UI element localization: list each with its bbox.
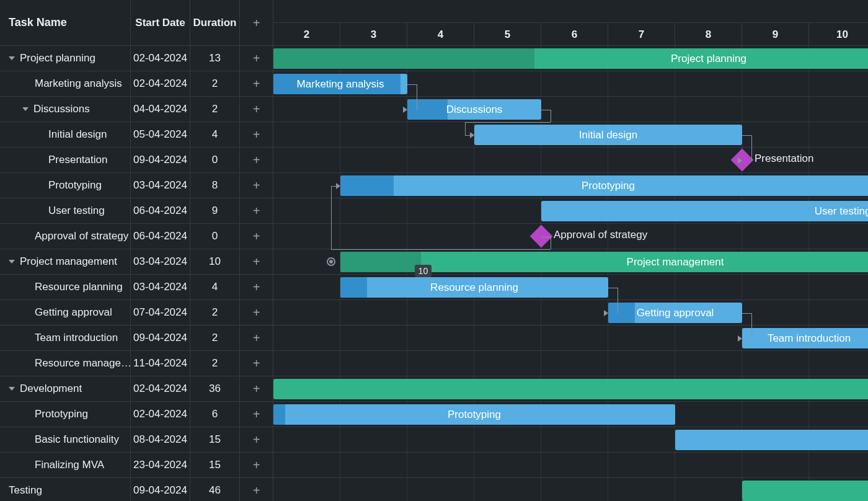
- grid-row-rp[interactable]: Resource planning03-04-20244+: [0, 275, 273, 300]
- bar-pp[interactable]: Project planning: [273, 48, 868, 69]
- timeline-row-dev[interactable]: Development: [273, 376, 868, 402]
- grid-row-rm[interactable]: Resource manage…11-04-20242+: [0, 351, 273, 376]
- bar-rp[interactable]: Resource planning: [340, 277, 608, 298]
- task-start-date[interactable]: 07-04-2024: [130, 300, 190, 325]
- grid-row-utest[interactable]: User testing06-04-20249+: [0, 198, 273, 224]
- timeline-row-ti[interactable]: Team introduction: [273, 326, 868, 351]
- header-add-column[interactable]: +: [239, 0, 273, 45]
- add-task-icon[interactable]: +: [253, 357, 260, 370]
- add-task-icon[interactable]: +: [253, 128, 260, 141]
- add-task-icon[interactable]: +: [253, 78, 260, 90]
- add-task-icon[interactable]: +: [253, 484, 260, 497]
- task-duration[interactable]: 36: [190, 376, 239, 401]
- grid-row-idesign[interactable]: Initial design05-04-20244+: [0, 122, 273, 148]
- task-duration[interactable]: 4: [190, 275, 239, 299]
- task-duration[interactable]: 2: [190, 300, 239, 325]
- timeline-row-ma[interactable]: Marketing analysis: [273, 71, 868, 97]
- timeline-row-basic[interactable]: Basic functionality: [273, 427, 868, 453]
- milestone-appr[interactable]: [530, 225, 553, 248]
- task-start-date[interactable]: 11-04-2024: [130, 351, 190, 376]
- task-start-date[interactable]: 06-04-2024: [130, 198, 190, 223]
- grid-row-fin[interactable]: Finalizing MVA23-04-202415+: [0, 453, 273, 478]
- timeline-row-appr[interactable]: Approval of strategy: [273, 224, 868, 249]
- bar-test[interactable]: Testing: [742, 481, 868, 501]
- task-start-date[interactable]: 09-04-2024: [130, 478, 190, 501]
- gantt-timeline[interactable]: 2345678910 Project planningMarketing ana…: [273, 0, 868, 501]
- bar-ma[interactable]: Marketing analysis: [273, 74, 407, 94]
- add-task-icon[interactable]: +: [253, 281, 260, 293]
- bar-ga[interactable]: Getting approval: [608, 303, 742, 323]
- task-start-date[interactable]: 02-04-2024: [130, 71, 190, 96]
- add-task-icon[interactable]: +: [253, 205, 260, 217]
- grid-row-appr[interactable]: Approval of strategy06-04-20240+: [0, 224, 273, 249]
- link-handle-icon[interactable]: [327, 257, 335, 266]
- task-start-date[interactable]: 09-04-2024: [130, 326, 190, 350]
- task-duration[interactable]: 2: [190, 326, 239, 350]
- add-task-icon[interactable]: +: [253, 459, 260, 471]
- timeline-row-ga[interactable]: Getting approval: [273, 300, 868, 326]
- grid-row-pres[interactable]: Presentation09-04-20240+: [0, 148, 273, 173]
- task-start-date[interactable]: 03-04-2024: [130, 249, 190, 274]
- timeline-row-pm[interactable]: Project management: [273, 249, 868, 275]
- add-task-icon[interactable]: +: [253, 103, 260, 115]
- task-duration[interactable]: 0: [190, 148, 239, 172]
- task-duration[interactable]: 15: [190, 453, 239, 477]
- bar-idesign[interactable]: Initial design: [474, 125, 742, 145]
- add-task-icon[interactable]: +: [253, 154, 260, 166]
- add-task-icon[interactable]: +: [253, 408, 260, 420]
- grid-row-disc[interactable]: Discussions04-04-20242+: [0, 97, 273, 122]
- task-duration[interactable]: 10: [190, 249, 239, 274]
- task-duration[interactable]: 2: [190, 71, 239, 96]
- timeline-row-rp[interactable]: Resource planning: [273, 275, 868, 300]
- grid-row-basic[interactable]: Basic functionality08-04-202415+: [0, 427, 273, 453]
- grid-row-ti[interactable]: Team introduction09-04-20242+: [0, 326, 273, 351]
- timeline-row-rm[interactable]: Resource management: [273, 351, 868, 376]
- timeline-row-pres[interactable]: Presentation: [273, 148, 868, 173]
- task-duration[interactable]: 4: [190, 122, 239, 147]
- grid-row-proto1[interactable]: Prototyping03-04-20248+: [0, 173, 273, 198]
- milestone-pres[interactable]: [731, 149, 754, 172]
- task-duration[interactable]: 0: [190, 224, 239, 249]
- grid-row-ga[interactable]: Getting approval07-04-20242+: [0, 300, 273, 326]
- bar-disc[interactable]: Discussions: [407, 99, 541, 120]
- bar-ti[interactable]: Team introduction: [742, 328, 868, 348]
- timeline-row-fin[interactable]: Finalizing MVA: [273, 453, 868, 478]
- task-duration[interactable]: 2: [190, 351, 239, 376]
- task-start-date[interactable]: 03-04-2024: [130, 275, 190, 299]
- task-start-date[interactable]: 03-04-2024: [130, 173, 190, 198]
- timeline-row-proto2[interactable]: Prototyping: [273, 402, 868, 427]
- caret-down-icon[interactable]: [22, 107, 29, 111]
- grid-row-dev[interactable]: Development02-04-202436+: [0, 376, 273, 402]
- add-task-icon[interactable]: +: [253, 52, 260, 64]
- task-duration[interactable]: 6: [190, 402, 239, 427]
- bar-dev[interactable]: Development: [273, 379, 868, 399]
- bar-basic[interactable]: Basic functionality: [675, 430, 868, 450]
- timeline-row-disc[interactable]: Discussions: [273, 97, 868, 122]
- task-start-date[interactable]: 02-04-2024: [130, 402, 190, 427]
- task-start-date[interactable]: 23-04-2024: [130, 453, 190, 477]
- task-start-date[interactable]: 06-04-2024: [130, 224, 190, 249]
- task-start-date[interactable]: 08-04-2024: [130, 427, 190, 452]
- timeline-body[interactable]: Project planningMarketing analysisDiscus…: [273, 46, 868, 501]
- task-duration[interactable]: 46: [190, 478, 239, 501]
- task-duration[interactable]: 9: [190, 198, 239, 223]
- timeline-row-proto1[interactable]: Prototyping: [273, 173, 868, 198]
- timeline-row-test[interactable]: Testing: [273, 478, 868, 501]
- bar-utest[interactable]: User testing: [541, 201, 868, 221]
- add-task-icon[interactable]: +: [253, 179, 260, 192]
- task-start-date[interactable]: 09-04-2024: [130, 148, 190, 172]
- grid-row-pm[interactable]: Project management03-04-202410+: [0, 249, 273, 275]
- add-task-icon[interactable]: +: [253, 383, 260, 395]
- add-task-icon[interactable]: +: [253, 230, 260, 242]
- timeline-row-pp[interactable]: Project planning: [273, 46, 868, 71]
- task-duration[interactable]: 15: [190, 427, 239, 452]
- task-start-date[interactable]: 04-04-2024: [130, 97, 190, 122]
- caret-down-icon[interactable]: [9, 387, 15, 391]
- task-start-date[interactable]: 02-04-2024: [130, 46, 190, 71]
- grid-row-test[interactable]: Testing09-04-202446+: [0, 478, 273, 501]
- grid-row-pp[interactable]: Project planning02-04-202413+: [0, 46, 273, 71]
- grid-row-ma[interactable]: Marketing analysis02-04-20242+: [0, 71, 273, 97]
- bar-proto1[interactable]: Prototyping: [340, 175, 868, 196]
- task-duration[interactable]: 2: [190, 97, 239, 122]
- add-task-icon[interactable]: +: [253, 255, 260, 268]
